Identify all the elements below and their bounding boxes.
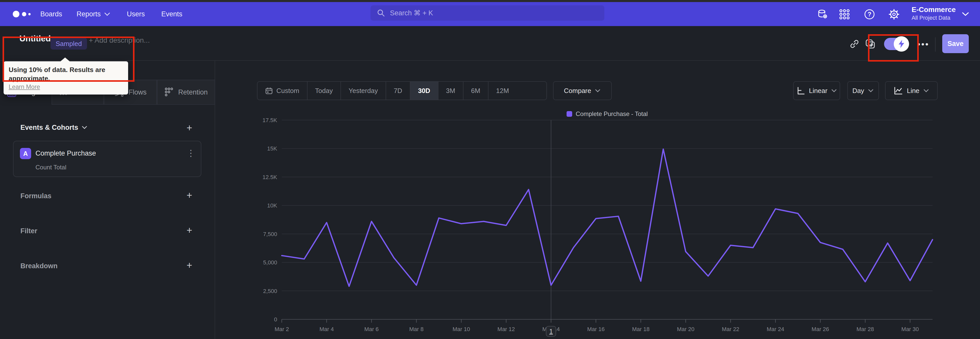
window-top-strip [0, 0, 980, 2]
auto-refresh-toggle[interactable] [884, 38, 908, 50]
svg-text:Mar 12: Mar 12 [497, 326, 515, 333]
project-selector[interactable]: E-Commerce All Project Data [912, 5, 963, 21]
svg-text:Mar 22: Mar 22 [722, 326, 739, 333]
annotation-marker[interactable]: 1 [546, 326, 556, 337]
retention-icon [164, 87, 174, 98]
tab-label: Flows [129, 88, 147, 96]
tab-retention[interactable]: Retention [157, 80, 215, 105]
lightning-bolt-icon [897, 40, 905, 48]
sampling-tooltip: Using 10% of data. Results are approxima… [3, 61, 128, 94]
svg-text:Mar 18: Mar 18 [632, 326, 649, 333]
add-breakdown-button[interactable]: + [184, 260, 194, 270]
event-letter-badge: A [20, 148, 31, 159]
apps-grid-icon[interactable] [838, 8, 850, 20]
chevron-down-icon [104, 13, 110, 16]
search-input[interactable]: Search ⌘ + K [371, 5, 605, 21]
add-event-button[interactable]: + [184, 123, 194, 133]
svg-text:Mar 10: Mar 10 [452, 326, 470, 333]
svg-text:0: 0 [274, 316, 277, 323]
save-button[interactable]: Save [942, 34, 969, 53]
more-menu-button[interactable]: ••• [917, 39, 929, 49]
svg-text:Mar 26: Mar 26 [811, 326, 829, 333]
project-scope: All Project Data [912, 14, 963, 21]
svg-text:Mar 2: Mar 2 [275, 326, 289, 333]
event-metric[interactable]: Count Total [35, 164, 66, 171]
svg-text:15K: 15K [267, 146, 277, 152]
nav-item-label: Events [161, 2, 183, 26]
svg-text:Mar 24: Mar 24 [767, 326, 784, 333]
chevron-down-icon [82, 126, 88, 129]
section-label: Events & Cohorts [21, 124, 78, 131]
data-management-icon[interactable] [817, 8, 829, 20]
tab-label: Retention [178, 88, 208, 96]
nav-item-label: Reports [76, 2, 101, 26]
svg-text:12.5K: 12.5K [262, 174, 277, 181]
line-chart[interactable]: 02,5005,0007,50010K12.5K15K17.5KMar 2Mar… [215, 60, 980, 339]
mixpanel-logo-icon[interactable] [13, 2, 36, 26]
svg-text:Mar 8: Mar 8 [409, 326, 423, 333]
nav-item-reports[interactable]: Reports [76, 2, 110, 26]
svg-text:Mar 30: Mar 30 [901, 326, 919, 333]
svg-text:2,500: 2,500 [263, 288, 277, 294]
event-card[interactable]: A Complete Purchase Count Total ⋮ [13, 141, 201, 177]
search-icon [377, 9, 385, 18]
top-nav: Boards Reports Users Events Search ⌘ + K [0, 2, 980, 26]
nav-item-label: Users [127, 2, 145, 26]
nav-item-users[interactable]: Users [127, 2, 145, 26]
svg-text:7,500: 7,500 [263, 231, 277, 237]
events-cohorts-header[interactable]: Events & Cohorts [21, 124, 88, 131]
svg-text:?: ? [868, 11, 872, 18]
svg-text:Mar 28: Mar 28 [856, 326, 874, 333]
svg-text:10K: 10K [267, 202, 277, 209]
svg-text:5,000: 5,000 [263, 259, 277, 266]
header-divider [935, 37, 935, 51]
event-kebab-menu[interactable]: ⋮ [186, 148, 195, 158]
sampled-badge[interactable]: Sampled [51, 38, 87, 50]
event-name[interactable]: Complete Purchase [35, 149, 96, 157]
query-sidebar: Insights Funnels [0, 60, 215, 339]
nav-item-boards[interactable]: Boards [40, 2, 62, 26]
nav-item-label: Boards [40, 2, 62, 26]
project-name: E-Commerce [912, 5, 963, 14]
toggle-knob [894, 36, 909, 51]
report-header: Untitled Sampled + Add description... ••… [0, 26, 980, 61]
report-title[interactable]: Untitled [19, 34, 51, 43]
svg-text:17.5K: 17.5K [262, 117, 277, 123]
search-placeholder: Search ⌘ + K [390, 9, 433, 17]
svg-text:Mar 6: Mar 6 [364, 326, 379, 333]
filter-section-label: Filter [21, 227, 37, 235]
add-filter-button[interactable]: + [184, 225, 194, 235]
tooltip-learn-more-link[interactable]: Learn More [9, 83, 123, 91]
duplicate-icon[interactable] [865, 38, 876, 50]
breakdown-section-label: Breakdown [21, 262, 58, 270]
app-window: Boards Reports Users Events Search ⌘ + K [0, 0, 980, 339]
help-icon[interactable]: ? [864, 8, 875, 20]
tooltip-arrow [60, 58, 70, 62]
formulas-section-label: Formulas [21, 192, 52, 200]
tooltip-text: Using 10% of data. Results are approxima… [9, 66, 123, 83]
settings-gear-icon[interactable] [888, 8, 900, 20]
svg-text:Mar 20: Mar 20 [677, 326, 694, 333]
copy-link-icon[interactable] [849, 38, 860, 50]
nav-item-events[interactable]: Events [161, 2, 183, 26]
svg-text:Mar 16: Mar 16 [587, 326, 605, 333]
svg-text:Mar 4: Mar 4 [320, 326, 334, 333]
chart-panel: Custom Today Yesterday 7D 30D 3M 6M 12M … [215, 60, 980, 339]
add-formula-button[interactable]: + [184, 190, 194, 200]
project-chevron-down-icon[interactable] [962, 12, 969, 16]
add-description-field[interactable]: + Add description... [89, 36, 150, 45]
